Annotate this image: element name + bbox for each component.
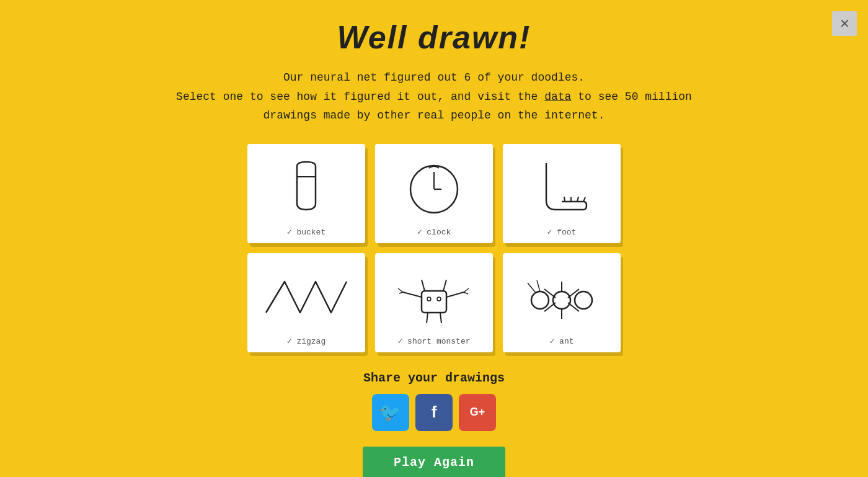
svg-line-11 — [443, 280, 446, 291]
doodle-card-foot[interactable]: foot — [503, 144, 621, 243]
short-monster-drawing — [375, 259, 493, 335]
twitter-icon: 🐦 — [379, 402, 401, 422]
page-title: Well drawn! — [337, 19, 531, 56]
share-section: Share your drawings 🐦 f G+ — [363, 371, 505, 431]
svg-line-7 — [583, 197, 585, 202]
doodle-card-short-monster[interactable]: short monster — [375, 253, 493, 352]
svg-line-13 — [446, 292, 464, 297]
svg-line-19 — [440, 313, 441, 323]
svg-rect-9 — [422, 291, 446, 313]
doodles-grid: bucket clock — [247, 144, 621, 352]
subtitle-line2: Select one to see how it figured it out,… — [176, 91, 538, 103]
zigzag-label: zigzag — [287, 336, 326, 346]
subtitle-line1: Our neural net figured out 6 of your doo… — [283, 71, 585, 84]
play-again-button[interactable]: Play Again — [363, 447, 505, 477]
svg-point-22 — [531, 292, 549, 309]
svg-point-23 — [553, 292, 570, 309]
doodle-card-ant[interactable]: ant — [503, 253, 621, 352]
facebook-share-button[interactable]: f — [415, 394, 453, 431]
svg-point-24 — [575, 292, 592, 309]
svg-line-32 — [537, 280, 540, 292]
google-icon: G+ — [470, 406, 485, 419]
facebook-icon: f — [432, 403, 437, 422]
ant-drawing — [503, 259, 621, 335]
svg-point-20 — [427, 297, 431, 301]
svg-line-31 — [528, 283, 536, 293]
doodle-card-zigzag[interactable]: zigzag — [247, 253, 365, 352]
main-container: Well drawn! Our neural net figured out 6… — [0, 0, 868, 477]
svg-line-8 — [564, 197, 565, 202]
short-monster-label: short monster — [397, 336, 470, 346]
foot-label: foot — [547, 227, 577, 237]
svg-line-10 — [422, 280, 425, 291]
svg-line-16 — [464, 288, 469, 292]
svg-line-14 — [398, 288, 403, 292]
svg-line-18 — [427, 313, 428, 323]
foot-drawing — [503, 150, 621, 226]
subtitle: Our neural net figured out 6 of your doo… — [155, 68, 713, 125]
twitter-share-button[interactable]: 🐦 — [372, 394, 409, 431]
clock-drawing — [375, 150, 493, 226]
data-link[interactable]: data — [544, 91, 571, 103]
bucket-label: bucket — [287, 227, 326, 237]
svg-line-12 — [403, 292, 422, 297]
share-title: Share your drawings — [363, 371, 505, 385]
doodle-card-bucket[interactable]: bucket — [247, 144, 365, 243]
doodle-card-clock[interactable]: clock — [375, 144, 493, 243]
google-share-button[interactable]: G+ — [459, 394, 496, 431]
ant-label: ant — [549, 336, 574, 346]
svg-line-15 — [399, 292, 403, 293]
svg-line-17 — [464, 292, 468, 294]
share-buttons: 🐦 f G+ — [372, 394, 496, 431]
bucket-drawing — [247, 150, 365, 226]
clock-label: clock — [417, 227, 451, 237]
svg-point-21 — [437, 297, 441, 301]
zigzag-drawing — [247, 259, 365, 335]
close-button[interactable]: ✕ — [832, 11, 857, 36]
